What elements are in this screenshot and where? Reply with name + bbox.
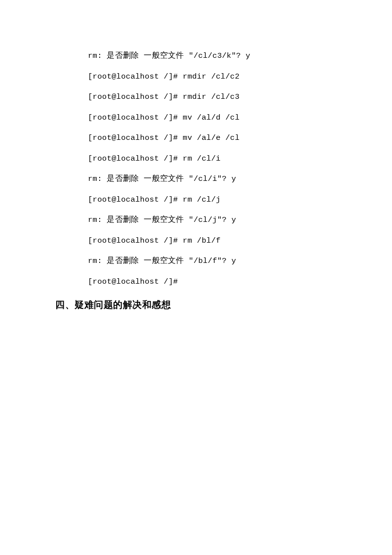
terminal-line: [root@localhost /]#	[88, 278, 392, 286]
terminal-line: [root@localhost /]# rmdir /cl/c3	[88, 93, 392, 101]
terminal-line: rm: 是否删除 一般空文件 "/cl/c3/k"? y	[88, 52, 392, 60]
section-heading: 四、疑难问题的解决和感想	[55, 299, 392, 311]
terminal-line: rm: 是否删除 一般空文件 "/bl/f"? y	[88, 257, 392, 265]
terminal-line: [root@localhost /]# mv /al/e /cl	[88, 134, 392, 142]
terminal-line: [root@localhost /]# rm /bl/f	[88, 237, 392, 245]
terminal-line: rm: 是否删除 一般空文件 "/cl/i"? y	[88, 175, 392, 183]
terminal-line: [root@localhost /]# rmdir /cl/c2	[88, 73, 392, 81]
terminal-line: [root@localhost /]# rm /cl/i	[88, 155, 392, 163]
document-content: rm: 是否删除 一般空文件 "/cl/c3/k"? y [root@local…	[0, 0, 392, 311]
terminal-line: [root@localhost /]# rm /cl/j	[88, 196, 392, 204]
terminal-line: [root@localhost /]# mv /al/d /cl	[88, 114, 392, 122]
terminal-line: rm: 是否删除 一般空文件 "/cl/j"? y	[88, 216, 392, 224]
